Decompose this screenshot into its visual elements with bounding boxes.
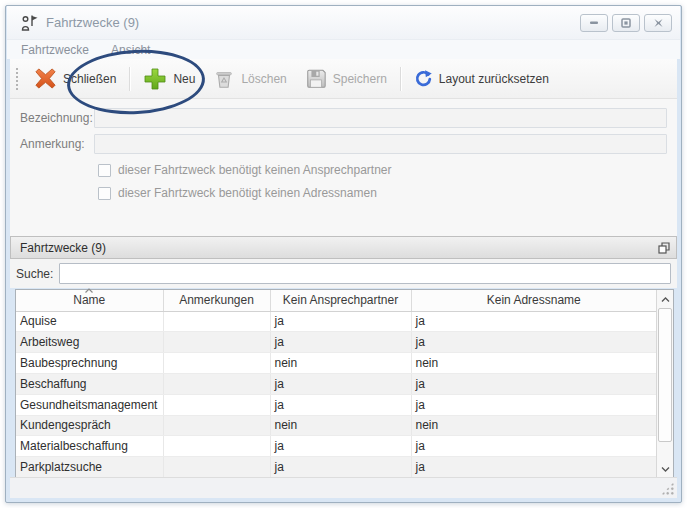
resize-grip-icon[interactable] <box>661 482 674 495</box>
kein-adressname-checkbox[interactable] <box>98 187 111 200</box>
minimize-button[interactable] <box>580 14 608 32</box>
scroll-up-icon[interactable] <box>657 291 673 307</box>
window-title: Fahrtzwecke (9) <box>46 15 139 30</box>
layout-zuruecksetzen-label: Layout zurücksetzen <box>439 72 549 86</box>
trash-icon <box>213 68 235 90</box>
kein-ansprechpartner-checkbox[interactable] <box>98 164 111 177</box>
detail-form: Bezeichnung: Anmerkung: dieser Fahrtzwec… <box>10 99 677 236</box>
close-button[interactable] <box>644 14 672 32</box>
save-icon <box>305 68 327 90</box>
table-row[interactable]: Baubesprechnung neinnein <box>16 353 656 374</box>
anmerkung-input[interactable] <box>94 134 667 154</box>
schliessen-label: Schließen <box>63 72 116 86</box>
bezeichnung-label: Bezeichnung: <box>20 111 94 125</box>
table-row[interactable]: Arbeitsweg jaja <box>16 332 656 353</box>
schliessen-button[interactable]: Schließen <box>25 63 125 94</box>
scrollbar-thumb[interactable] <box>658 308 672 442</box>
panel-header: Fahrtzwecke (9) <box>10 236 677 259</box>
column-header-name[interactable]: Name <box>16 290 163 311</box>
menu-item-ansicht[interactable]: Ansicht <box>111 43 150 57</box>
anmerkung-label: Anmerkung: <box>20 137 94 151</box>
toolbar-separator <box>400 67 401 91</box>
search-input[interactable] <box>59 263 671 284</box>
reset-layout-icon <box>414 69 433 88</box>
close-x-icon <box>34 67 57 90</box>
menu-bar: Fahrtzwecke Ansicht <box>7 40 680 59</box>
menu-item-fahrtzwecke[interactable]: Fahrtzwecke <box>21 43 89 57</box>
table-row[interactable]: Kundengespräch neinnein <box>16 415 656 436</box>
speichern-button: Speichern <box>296 64 396 94</box>
sort-ascending-icon <box>85 288 94 293</box>
minimize-icon <box>589 18 599 27</box>
scroll-down-icon[interactable] <box>657 461 673 477</box>
toolbar-grip[interactable] <box>14 66 19 92</box>
toolbar-separator <box>129 67 130 91</box>
table-row[interactable]: Parkplatzsuche jaja <box>16 457 656 478</box>
plus-icon <box>143 67 167 91</box>
column-header-kein-ansprechpartner[interactable]: Kein Ansprechpartner <box>270 290 411 311</box>
neu-button[interactable]: Neu <box>134 63 204 95</box>
speichern-label: Speichern <box>333 72 387 86</box>
kein-ansprechpartner-checkbox-label: dieser Fahrtzweck benötigt keinen Anspre… <box>118 163 392 177</box>
float-window-icon[interactable] <box>658 242 670 254</box>
status-bar <box>10 477 677 498</box>
table-row[interactable]: Materialbeschaffung jaja <box>16 436 656 457</box>
column-header-kein-adressname[interactable]: Kein Adressname <box>411 290 656 311</box>
restore-icon <box>621 18 631 28</box>
bezeichnung-input[interactable] <box>94 108 667 128</box>
kein-adressname-checkbox-label: dieser Fahrtzweck benötigt keinen Adress… <box>118 186 377 200</box>
fahrtzwecke-table: Name Anmerkungen Kein Ansprechpartner Ke… <box>15 289 674 479</box>
toolbar: Schließen Neu Löschen <box>10 59 677 99</box>
loeschen-button: Löschen <box>204 64 295 94</box>
restore-button[interactable] <box>612 14 640 32</box>
neu-label: Neu <box>173 72 195 86</box>
loeschen-label: Löschen <box>241 72 286 86</box>
vertical-scrollbar[interactable] <box>656 290 673 478</box>
table-row[interactable]: Gesundheitsmanagement jaja <box>16 394 656 415</box>
panel-title: Fahrtzwecke (9) <box>20 241 106 255</box>
close-icon <box>653 18 664 28</box>
title-bar: Fahrtzwecke (9) <box>7 6 680 40</box>
search-label: Suche: <box>16 267 53 281</box>
table-row[interactable]: Aquise jaja <box>16 311 656 332</box>
table-row[interactable]: Beschaffung jaja <box>16 373 656 394</box>
layout-zuruecksetzen-button[interactable]: Layout zurücksetzen <box>405 65 558 92</box>
search-row: Suche: <box>10 259 677 288</box>
app-window: Fahrtzwecke (9) Fahrtzwecke Ansi <box>5 5 682 503</box>
person-with-flag-icon <box>19 13 39 33</box>
table-header-row: Name Anmerkungen Kein Ansprechpartner Ke… <box>16 290 656 311</box>
column-header-anmerkungen[interactable]: Anmerkungen <box>163 290 270 311</box>
